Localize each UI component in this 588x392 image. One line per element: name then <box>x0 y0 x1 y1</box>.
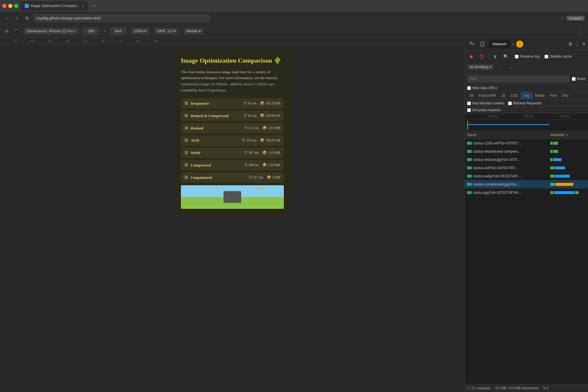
chart-row: 🖼 Compressed ⏱ 388 ms 📦 1.64 MB <box>181 160 284 171</box>
device-icon[interactable]: 📱 <box>13 28 19 34</box>
back-button[interactable]: ‹ <box>4 16 11 21</box>
forward-button[interactable]: › <box>14 16 21 21</box>
search-button[interactable]: 🔍 <box>502 52 510 61</box>
upload-button[interactable]: ↑ <box>496 63 504 71</box>
new-tab-button[interactable]: + <box>91 3 97 9</box>
disable-cache-input[interactable] <box>544 55 548 59</box>
table-row[interactable]: cactus-resized-and-compres... <box>465 147 588 156</box>
chart-row-size: 📦 1.64 MB <box>262 163 280 167</box>
clear-button[interactable]: 🚫 <box>478 52 486 61</box>
fullscreen-traffic-light[interactable] <box>14 4 18 8</box>
table-row[interactable]: cactus-compressed.jpg?cb=... <box>465 180 588 189</box>
type-filter-img[interactable]: Img <box>521 93 532 99</box>
download-button[interactable]: ↓ <box>507 63 515 71</box>
throttle-selector[interactable]: No throttling ▾ <box>467 64 494 70</box>
table-row[interactable]: cactus-1100.avif?cb=167027... <box>465 139 588 147</box>
timeline-ruler: 200 ms 400 ms 600 ms <box>465 114 588 119</box>
chart-row-size: 📦 1.35 MB <box>262 151 280 155</box>
transferred-status: 9.5 MB / 9.5 MB transferred <box>495 386 538 390</box>
type-filter-font[interactable]: Font <box>547 93 559 98</box>
name-column-header[interactable]: Name <box>467 133 550 137</box>
waterfall-column-header[interactable]: Waterfall ▼ <box>550 133 586 137</box>
toolbar-more-button[interactable]: ⋮ <box>578 28 583 34</box>
record-button[interactable]: ⏺ <box>467 52 475 61</box>
settings-button[interactable]: ⚙ <box>568 41 572 47</box>
preserve-log-checkbox[interactable]: Preserve log <box>515 54 539 59</box>
dpr-selector[interactable]: DPR: 3.0 ▾ <box>154 28 179 34</box>
chart-row: 🖼 Resized & Compressed ⏱ 62 ms 📦 258.69 … <box>181 111 284 121</box>
minimize-traffic-light[interactable] <box>8 4 12 8</box>
close-traffic-light[interactable] <box>2 4 6 8</box>
device-emulation-button[interactable] <box>478 39 487 49</box>
responsive-mode-icon[interactable]: ⊕ <box>5 28 9 34</box>
close-devtools-button[interactable]: ✕ <box>582 41 586 47</box>
type-filters: AllFetch/XHRJSCSSImgMediaFontDoc <box>465 91 588 100</box>
type-filter-css[interactable]: CSS <box>508 93 520 98</box>
tutorial-link[interactable]: Optimizing Images for Mobile <box>181 82 228 86</box>
hide-data-urls-input[interactable] <box>467 86 471 90</box>
zoom-label: 100% <box>134 29 143 33</box>
toolbar-separator-3 <box>542 54 542 59</box>
hide-data-urls-label: Hide data URLs <box>472 86 497 90</box>
timeline-mark-600: 600 ms <box>560 115 570 119</box>
width-input[interactable] <box>84 28 99 34</box>
type-filter-js[interactable]: JS <box>499 93 508 98</box>
third-party-input[interactable] <box>467 108 471 112</box>
disable-cache-checkbox[interactable]: Disable cache <box>544 54 572 59</box>
waterfall-bar <box>554 191 574 194</box>
type-filter-all[interactable]: All <box>467 93 476 98</box>
mobile-selector[interactable]: Mobile ▾ <box>184 28 204 34</box>
network-tab[interactable]: Network <box>488 40 511 48</box>
ruler-mark: 400 <box>59 40 76 43</box>
blocked-requests-checkbox[interactable]: Blocked Requests <box>508 101 542 105</box>
height-input[interactable] <box>111 28 126 34</box>
zoom-selector[interactable]: 100% ▾ <box>131 28 149 34</box>
table-row[interactable]: cactus.webp?cb=167027497... <box>465 172 588 180</box>
waterfall-bar <box>556 183 573 186</box>
preserve-log-input[interactable] <box>515 55 519 59</box>
type-filter-media[interactable]: Media <box>533 93 547 98</box>
table-row[interactable]: cactus-resized.jpg?cb=1670... <box>465 156 588 164</box>
table-row[interactable]: cactus.avif?cb=167027497... <box>465 164 588 172</box>
page-title: Image Optimization Comparison 🌵 <box>181 56 284 65</box>
svg-point-5 <box>482 45 483 46</box>
inspect-element-button[interactable] <box>467 39 477 49</box>
invert-checkbox[interactable]: Invert <box>572 77 586 81</box>
url-bar[interactable]: royalfig.github.io/image-optimization-te… <box>34 14 210 22</box>
more-options-button[interactable]: ⋮ <box>575 41 579 47</box>
timeline-mark-400: 400 ms <box>524 115 534 119</box>
dimension-separator: × <box>104 29 106 34</box>
row-thumbnail <box>467 191 472 194</box>
row-name: cactus-resized.jpg?cb=1670... <box>473 158 550 162</box>
filter-input[interactable] <box>469 77 567 81</box>
bookmark-icon[interactable]: ☆ <box>560 16 564 21</box>
github-link[interactable]: this demo's GitHub repo <box>237 82 274 86</box>
author-link[interactable]: Ryan Feigenbaum <box>198 88 226 92</box>
row-waterfall <box>550 150 586 153</box>
tab-close-button[interactable]: ✕ <box>82 4 84 8</box>
dimensions-selector[interactable]: Dimensions: iPhone 12 Pro ▾ <box>24 28 79 34</box>
invert-input[interactable] <box>572 77 576 81</box>
third-party-checkbox[interactable]: 3rd-party requests <box>467 108 501 112</box>
type-filter-doc[interactable]: Doc <box>560 93 571 98</box>
chart-row-label: Unoptimized <box>191 175 245 180</box>
chart-row-label: Compressed <box>191 163 241 168</box>
more-panels-button[interactable]: » <box>512 42 514 46</box>
filter-input-container <box>467 75 569 83</box>
incognito-badge: Incognito <box>567 16 584 21</box>
has-blocked-cookies-input[interactable] <box>467 101 471 105</box>
active-tab[interactable]: Image Optimization Comparis... ✕ <box>21 1 88 11</box>
has-blocked-cookies-checkbox[interactable]: Has blocked cookies <box>467 101 504 105</box>
ruler-mark: 900 <box>147 40 165 43</box>
type-filter-fetch/xhr[interactable]: Fetch/XHR <box>476 93 498 98</box>
blocked-requests-input[interactable] <box>508 101 512 105</box>
table-row[interactable]: cactus.jpg?cb=16702749744... <box>465 189 588 197</box>
chart-row-icon: 🖼 <box>184 138 188 143</box>
hide-data-urls-checkbox[interactable]: Hide data URLs <box>467 86 497 90</box>
tab-title: Image Optimization Comparis... <box>31 4 80 8</box>
filter-button[interactable]: ⧗ <box>491 52 499 61</box>
network-table[interactable]: cactus-1100.avif?cb=167027... cactus-res… <box>465 139 588 384</box>
reload-button[interactable]: ↻ <box>24 16 31 21</box>
mobile-page: Image Optimization Comparison 🌵 The char… <box>175 49 290 216</box>
timeline-area: 200 ms 400 ms 600 ms <box>465 114 588 131</box>
